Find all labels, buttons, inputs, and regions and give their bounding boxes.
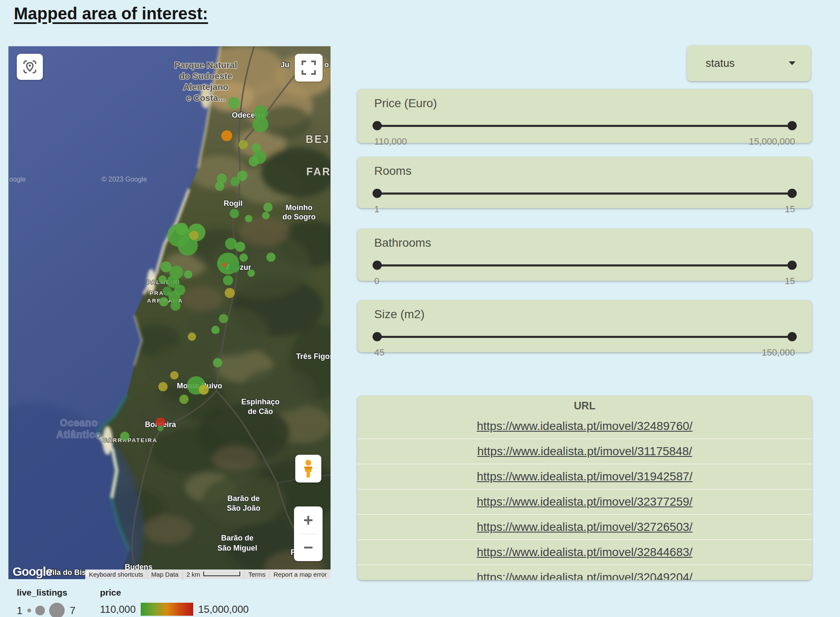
- listing-dot[interactable]: [184, 270, 192, 279]
- slider-handle-max[interactable]: [788, 261, 797, 270]
- bathrooms-filter-card: Bathrooms 0 15: [357, 229, 812, 281]
- table-row: https://www.idealista.pt/imovel/32377259…: [357, 489, 812, 514]
- listing-dot[interactable]: [225, 238, 237, 250]
- price-gradient-bar: [141, 603, 193, 616]
- slider-handle-min[interactable]: [373, 261, 382, 270]
- slider-max-value: 150,000: [761, 347, 795, 358]
- map-label: oogle: [9, 176, 26, 183]
- status-dropdown-label: status: [706, 57, 735, 70]
- url-link[interactable]: https://www.idealista.pt/imovel/31175848…: [477, 445, 692, 458]
- listing-dot[interactable]: [266, 253, 276, 262]
- url-link[interactable]: https://www.idealista.pt/imovel/32844683…: [477, 546, 693, 559]
- listing-dot[interactable]: [158, 382, 168, 391]
- zoom-out-button[interactable]: −: [294, 534, 323, 562]
- map-label: Moinho: [286, 203, 312, 212]
- url-link[interactable]: https://www.idealista.pt/imovel/31942587…: [477, 470, 693, 483]
- listing-dot[interactable]: [211, 326, 220, 334]
- fullscreen-icon: [302, 61, 316, 75]
- listing-dot[interactable]: [230, 209, 239, 218]
- legend-size-circle: [35, 606, 45, 615]
- zoom-control: + −: [294, 506, 323, 561]
- listing-dot[interactable]: [239, 140, 248, 149]
- map-label: Alentejano: [183, 82, 228, 92]
- url-link[interactable]: https://www.idealista.pt/imovel/32489760…: [477, 419, 693, 432]
- listing-dot[interactable]: [213, 358, 222, 367]
- slider-handle-min[interactable]: [373, 189, 382, 198]
- slider-handle-max[interactable]: [788, 121, 797, 130]
- listing-dot[interactable]: [188, 332, 196, 341]
- listing-dot[interactable]: [249, 156, 259, 166]
- listing-dot[interactable]: [252, 116, 268, 132]
- listing-dot[interactable]: [158, 275, 167, 284]
- map-label: São Miguel: [217, 544, 257, 552]
- listing-dot[interactable]: [179, 395, 189, 404]
- slider-handle-max[interactable]: [788, 332, 797, 341]
- listing-dot[interactable]: [222, 263, 226, 267]
- listing-dot[interactable]: [189, 231, 199, 240]
- url-link[interactable]: https://www.idealista.pt/imovel/32049204…: [477, 571, 693, 580]
- listing-dot[interactable]: [199, 385, 209, 395]
- locate-button[interactable]: [17, 54, 43, 80]
- map-label: © 2023 Google: [102, 176, 147, 183]
- listing-dot[interactable]: [247, 269, 255, 277]
- map[interactable]: Parque Naturaldo SudoesteAlentejanoe Cos…: [8, 46, 331, 579]
- chevron-down-icon: [789, 61, 795, 65]
- rooms-filter-card: Rooms 1 15: [357, 157, 812, 208]
- listing-dot[interactable]: [221, 130, 232, 141]
- fullscreen-button[interactable]: [295, 54, 323, 82]
- listing-dot[interactable]: [223, 275, 233, 285]
- zoom-in-button[interactable]: +: [294, 506, 323, 534]
- listing-dot[interactable]: [219, 314, 228, 323]
- table-row: https://www.idealista.pt/imovel/32489760…: [357, 414, 812, 438]
- listing-dot[interactable]: [229, 262, 240, 273]
- url-link[interactable]: https://www.idealista.pt/imovel/32726503…: [477, 520, 693, 533]
- pegman-icon: [301, 459, 315, 478]
- price-filter-card: Price (Euro) 110,000 15,000,000: [357, 89, 812, 143]
- price-range-slider[interactable]: [374, 121, 795, 130]
- attribution-item[interactable]: Terms: [244, 570, 269, 579]
- attribution-item[interactable]: Keyboard shortcuts: [85, 570, 147, 579]
- map-label: e Costa...: [186, 93, 225, 103]
- map-scale-bar: [203, 572, 240, 576]
- size-range-slider[interactable]: [374, 332, 795, 341]
- listing-dot[interactable]: [263, 203, 273, 212]
- listing-dot[interactable]: [120, 432, 129, 441]
- slider-handle-max[interactable]: [788, 189, 797, 198]
- rooms-slider-label: Rooms: [374, 164, 795, 178]
- listing-dot[interactable]: [235, 242, 245, 252]
- map-label: Atlântico: [56, 429, 101, 440]
- url-table-header: URL: [357, 396, 812, 414]
- listing-dot[interactable]: [228, 97, 240, 109]
- listing-dot[interactable]: [262, 212, 270, 219]
- price-slider-label: Price (Euro): [374, 97, 795, 110]
- listing-dot[interactable]: [158, 425, 163, 431]
- listing-dot[interactable]: [170, 371, 178, 380]
- listing-dot[interactable]: [171, 301, 181, 311]
- legend-color-max: 15,000,000: [198, 604, 249, 615]
- listing-dot[interactable]: [176, 223, 188, 235]
- rooms-range-slider[interactable]: [374, 189, 795, 198]
- listing-dot[interactable]: [215, 182, 224, 191]
- map-label: do Sudoeste: [179, 71, 232, 81]
- status-dropdown[interactable]: status: [687, 45, 811, 81]
- map-label: o: [324, 61, 329, 69]
- listing-dot[interactable]: [160, 261, 171, 272]
- slider-handle-min[interactable]: [373, 332, 382, 341]
- table-row: https://www.idealista.pt/imovel/31175848…: [357, 438, 812, 464]
- bathrooms-range-slider[interactable]: [374, 261, 795, 270]
- listing-dot[interactable]: [231, 177, 240, 186]
- pegman-button[interactable]: [295, 455, 321, 483]
- listing-dot[interactable]: [239, 253, 248, 262]
- map-label: Rogil: [224, 199, 243, 208]
- slider-handle-min[interactable]: [373, 121, 382, 130]
- listing-dot[interactable]: [245, 215, 252, 222]
- attribution-item[interactable]: 2 km: [182, 570, 244, 579]
- pin-scan-icon: [22, 59, 37, 74]
- listing-dot[interactable]: [225, 288, 235, 298]
- page: Mapped area of interest:: [0, 0, 840, 617]
- listing-dot[interactable]: [159, 297, 168, 306]
- attribution-item[interactable]: Report a map error: [269, 570, 331, 579]
- slider-track: [374, 125, 795, 127]
- url-link[interactable]: https://www.idealista.pt/imovel/32377259…: [477, 495, 693, 508]
- slider-min-value: 45: [374, 347, 384, 358]
